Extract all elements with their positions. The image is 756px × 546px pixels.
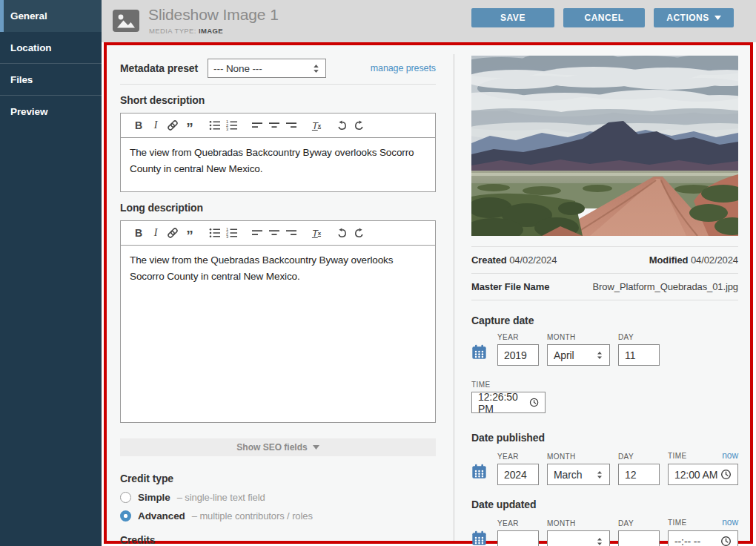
- link-icon[interactable]: [167, 227, 179, 239]
- numbered-list-icon[interactable]: 123: [226, 119, 238, 131]
- sidebar-item-files[interactable]: Files: [0, 64, 102, 96]
- modified-field: Modified 04/02/2024: [649, 254, 738, 266]
- credit-type-advanced-option[interactable]: Advanced – multiple contributors / roles: [120, 510, 436, 522]
- month-label: MONTH: [547, 519, 576, 527]
- calendar-icon[interactable]: [471, 344, 489, 366]
- updated-year-field: YEAR: [497, 519, 539, 546]
- clear-formatting-icon[interactable]: Tx: [311, 119, 322, 131]
- clear-formatting-t: T: [312, 120, 318, 131]
- time-label: TIME: [668, 452, 687, 460]
- svg-text:3: 3: [226, 127, 228, 131]
- bullet-list-icon[interactable]: [209, 227, 221, 239]
- long-description-editor: B I ” 123 Tx The view from the Quebradas…: [120, 220, 436, 423]
- clear-formatting-icon[interactable]: Tx: [311, 227, 322, 239]
- details-column: Created 04/02/2024 Modified 04/02/2024 M…: [471, 45, 738, 546]
- day-label: DAY: [618, 333, 634, 341]
- clear-formatting-x: x: [318, 230, 321, 237]
- image-media-icon: [113, 10, 139, 35]
- modified-label: Modified: [649, 254, 689, 266]
- capture-month-field: MONTH April: [547, 333, 610, 366]
- updated-year-input[interactable]: [497, 530, 539, 546]
- manage-presets-link[interactable]: manage presets: [371, 63, 436, 73]
- clock-icon[interactable]: [529, 397, 539, 408]
- capture-date-label: Capture date: [471, 315, 738, 326]
- updated-time-input[interactable]: --:-- --: [668, 530, 738, 546]
- select-caret-icon: [596, 351, 603, 360]
- radio-unselected-icon[interactable]: [120, 492, 131, 503]
- undo-icon[interactable]: [336, 119, 348, 131]
- align-left-icon[interactable]: [251, 227, 263, 239]
- actions-button[interactable]: ACTIONS: [654, 8, 734, 27]
- align-center-icon[interactable]: [268, 119, 280, 131]
- redo-icon[interactable]: [353, 119, 365, 131]
- save-button[interactable]: SAVE: [471, 8, 554, 27]
- bold-icon[interactable]: B: [133, 119, 145, 131]
- credit-type-advanced-name: Advanced: [138, 510, 185, 522]
- capture-month-select[interactable]: April: [547, 344, 610, 366]
- credit-type-simple-option[interactable]: Simple – single-line text field: [120, 492, 436, 503]
- italic-icon[interactable]: I: [150, 227, 162, 239]
- redo-icon[interactable]: [353, 227, 365, 239]
- column-divider: [454, 54, 454, 541]
- short-description-input[interactable]: The view from Quebradas Backcountry Bywa…: [121, 138, 435, 191]
- sidebar-item-location[interactable]: Location: [0, 32, 102, 64]
- link-icon[interactable]: [167, 119, 179, 131]
- align-right-icon[interactable]: [285, 227, 297, 239]
- date-published-row: YEAR 2024 MONTH March DAY 12 TIMEnow 12:…: [471, 450, 738, 485]
- sidebar-item-general[interactable]: General: [0, 0, 102, 32]
- published-month-select[interactable]: March: [547, 464, 610, 485]
- month-label: MONTH: [547, 333, 576, 341]
- published-time-input[interactable]: 12:00 AM: [668, 464, 738, 485]
- italic-icon[interactable]: I: [150, 119, 162, 131]
- divider: [471, 300, 738, 300]
- short-description-editor: B I ” 123 Tx The view from Quebradas Bac…: [120, 113, 436, 192]
- blockquote-icon[interactable]: ”: [184, 227, 196, 239]
- rich-text-toolbar: B I ” 123 Tx: [121, 114, 435, 138]
- clock-icon[interactable]: [720, 536, 732, 546]
- clock-icon[interactable]: [720, 469, 732, 480]
- content-panel: Metadata preset --- None --- manage pres…: [104, 42, 753, 544]
- capture-time-value: 12:26:50 PM: [478, 391, 529, 415]
- form-column: Metadata preset --- None --- manage pres…: [120, 45, 436, 546]
- bold-icon[interactable]: B: [133, 227, 145, 239]
- capture-day-input[interactable]: 11: [618, 344, 660, 366]
- capture-month-value: April: [554, 349, 574, 361]
- show-seo-fields-button[interactable]: Show SEO fields: [120, 438, 436, 456]
- short-description-label: Short description: [120, 94, 436, 106]
- rich-text-toolbar: B I ” 123 Tx: [121, 221, 435, 246]
- select-caret-icon: [596, 470, 603, 479]
- align-left-icon[interactable]: [251, 119, 263, 131]
- long-description-input[interactable]: The view from the Quebradas Backcountry …: [121, 246, 435, 422]
- published-year-input[interactable]: 2024: [497, 464, 539, 485]
- updated-month-select[interactable]: [547, 530, 610, 546]
- metadata-preset-select[interactable]: --- None ---: [208, 59, 326, 78]
- created-field: Created 04/02/2024: [471, 254, 557, 266]
- page-header: Slideshow Image 1 MEDIA TYPE: IMAGE SAVE…: [102, 0, 756, 42]
- bullet-list-icon[interactable]: [209, 119, 221, 131]
- updated-day-input[interactable]: [618, 530, 660, 546]
- radio-selected-icon[interactable]: [120, 510, 131, 522]
- calendar-icon[interactable]: [471, 464, 489, 485]
- svg-text:3: 3: [226, 234, 228, 239]
- published-day-input[interactable]: 12: [618, 464, 660, 485]
- time-label: TIME: [668, 519, 687, 527]
- metadata-preset-label: Metadata preset: [120, 62, 198, 74]
- media-preview-image[interactable]: [471, 56, 738, 236]
- align-center-icon[interactable]: [268, 227, 280, 239]
- undo-icon[interactable]: [336, 227, 348, 239]
- now-link[interactable]: now: [722, 517, 738, 527]
- capture-time-input[interactable]: 12:26:50 PM: [471, 392, 546, 413]
- capture-year-input[interactable]: 2019: [497, 344, 539, 366]
- credit-type-simple-desc: – single-line text field: [177, 492, 265, 503]
- now-link[interactable]: now: [722, 450, 738, 461]
- media-type-label: MEDIA TYPE:: [149, 27, 196, 35]
- page-title: Slideshow Image 1: [148, 6, 279, 24]
- blockquote-icon[interactable]: ”: [184, 119, 196, 131]
- calendar-icon[interactable]: [471, 530, 489, 546]
- cancel-button[interactable]: CANCEL: [563, 8, 645, 27]
- sidebar-item-preview[interactable]: Preview: [0, 96, 102, 128]
- numbered-list-icon[interactable]: 123: [226, 227, 238, 239]
- date-updated-label: Date updated: [471, 499, 738, 510]
- credits-label: Credits: [120, 534, 436, 546]
- align-right-icon[interactable]: [285, 119, 297, 131]
